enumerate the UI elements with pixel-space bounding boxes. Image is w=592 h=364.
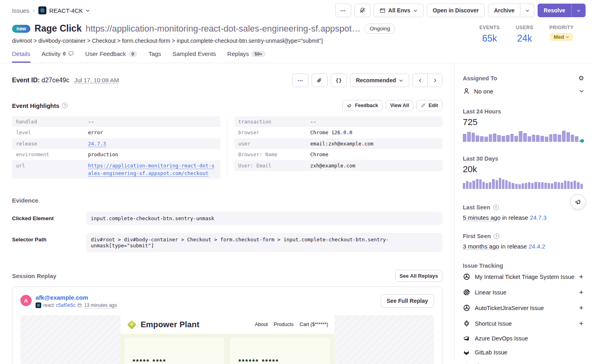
event-timestamp[interactable]: Jul 17, 10:08 AM	[74, 77, 119, 84]
helm-icon	[463, 273, 471, 280]
clicked-element-label: Clicked Element	[12, 212, 86, 221]
events-stat: EVENTS 65k	[479, 25, 500, 44]
tab-user-feedback[interactable]: User Feedback 0	[85, 50, 137, 63]
view-all-button[interactable]: View All	[386, 100, 413, 111]
last-seen-release-link[interactable]: 24.7.3	[530, 214, 547, 221]
avatar: A	[20, 295, 32, 306]
help-icon[interactable]: ?	[493, 205, 499, 210]
events-count-link[interactable]: 65k	[479, 33, 500, 44]
help-icon[interactable]: ?	[62, 103, 68, 108]
table-row: Browser: NameChrome	[234, 149, 443, 160]
feedback-button[interactable]: Feedback	[342, 100, 382, 111]
person-icon	[463, 88, 470, 95]
replay-preview[interactable]: Empower Plant About Products Cart ($****…	[20, 315, 434, 364]
replay-project-name: react	[43, 302, 54, 308]
chevron-right-icon	[433, 78, 437, 83]
environment-filter-button[interactable]: All Envs	[374, 4, 424, 17]
release-link[interactable]: 24.7.3	[88, 140, 106, 147]
tracking-item-gitlab[interactable]: GitLab Issue	[463, 345, 584, 359]
resolve-button[interactable]: Resolve	[538, 4, 571, 17]
view-json-button[interactable]: {}	[331, 74, 347, 87]
issue-title: Rage Click	[34, 23, 82, 34]
assignee-dropdown[interactable]: No one	[463, 88, 584, 95]
top-bar: Issues › REACT-4CK ⋯ All Envs Open in Di…	[0, 0, 592, 21]
ellipsis-icon: ⋯	[298, 77, 303, 84]
gear-icon[interactable]: ⚙	[578, 75, 584, 82]
tracking-item-shortcut[interactable]: Shortcut Issue +	[463, 316, 584, 331]
issue-tracking-title: Issue Tracking	[463, 263, 584, 269]
archive-button[interactable]: Archive	[488, 4, 520, 17]
breadcrumb-issues-link[interactable]: Issues	[12, 7, 29, 14]
first-seen-block: First Seen ? 3 months ago in release 24.…	[463, 233, 584, 250]
bell-slash-icon	[359, 7, 366, 14]
add-issue-link-icon[interactable]: +	[578, 319, 584, 328]
archive-dropdown-button[interactable]	[520, 4, 534, 17]
help-icon[interactable]: ?	[494, 233, 499, 239]
chevron-down-icon	[525, 8, 530, 13]
users-count-link[interactable]: 24k	[516, 33, 533, 44]
copy-event-link-button[interactable]	[312, 74, 328, 87]
user-feedback-count: 0	[128, 51, 137, 57]
activity-count: 0	[63, 51, 66, 57]
users-stat: USERS 24k	[516, 25, 533, 44]
tracking-item-linear[interactable]: Linear Issue +	[463, 284, 584, 300]
table-row: browserChrome 126.0.0	[234, 127, 443, 138]
tab-sampled-events[interactable]: Sampled Events	[172, 50, 216, 63]
table-row: useremail:zxh@example.com	[234, 138, 443, 149]
tab-details[interactable]: Details	[12, 50, 30, 63]
previous-event-button[interactable]	[412, 74, 428, 87]
clicked-element-value: input.complete-checkout-btn.sentry-unmas…	[86, 212, 442, 225]
session-replay-title: Session Replay	[12, 273, 56, 279]
event-more-options-button[interactable]: ⋯	[292, 74, 308, 87]
curly-braces-icon: {}	[336, 78, 342, 84]
priority-dropdown[interactable]: Med	[550, 33, 573, 41]
tab-tags[interactable]: Tags	[148, 50, 161, 63]
url-link[interactable]: https://application-monitoring-react-dot…	[88, 162, 216, 177]
chevron-down-icon	[566, 35, 569, 39]
tracking-item-autoticketjiraserver[interactable]: AutoTicketJiraServer Issue +	[463, 300, 584, 316]
comment-bubble-icon	[68, 51, 74, 57]
react-project-icon	[38, 6, 46, 14]
next-event-button[interactable]	[427, 74, 442, 87]
chevron-left-icon	[418, 78, 422, 83]
paperclip-icon	[316, 78, 322, 84]
first-seen-release-link[interactable]: 24.4.2	[528, 243, 545, 250]
add-issue-link-icon[interactable]: +	[578, 273, 584, 281]
event-highlights-title: Event Highlights	[12, 102, 59, 109]
issue-stats: EVENTS 65k USERS 24k PRIORITY Med	[479, 23, 580, 44]
add-issue-link-icon[interactable]: +	[578, 304, 584, 312]
issue-tracking-block: Issue Tracking My Internal Ticket Triage…	[463, 263, 584, 364]
table-row: handled--	[12, 116, 220, 127]
see-full-replay-button[interactable]: See Full Replay	[381, 294, 434, 308]
table-row: User: Emailzxh@example.com	[234, 160, 443, 171]
product-card: ****** ***** **** ****** ***** *** *****…	[230, 338, 330, 364]
replay-card: A afk@example.com react c5af0e5c 13 minu	[12, 286, 442, 364]
site-nav-cart: Cart ($******)	[300, 322, 328, 327]
edit-highlights-button[interactable]: Edit	[416, 100, 442, 111]
table-row: transaction--	[234, 116, 443, 127]
chevron-down-icon	[413, 8, 418, 13]
helm-icon	[463, 304, 471, 312]
more-options-button[interactable]: ⋯	[335, 4, 351, 17]
project-selector[interactable]: REACT-4CK	[38, 6, 90, 14]
resolve-dropdown-button[interactable]	[571, 4, 586, 17]
add-issue-link-icon[interactable]: +	[578, 288, 584, 297]
empower-plant-logo-icon	[126, 319, 137, 330]
replay-id-link[interactable]: c5af0e5c	[56, 302, 76, 308]
tracking-item-jira[interactable]: Jira Issue	[463, 359, 584, 364]
assignee-value: No one	[474, 88, 575, 95]
shortcut-icon	[463, 320, 471, 327]
product-card: ***** **** *** **** **** *** ******* Add…	[125, 338, 224, 364]
tab-replays[interactable]: Replays 50+	[227, 50, 266, 63]
gitlab-icon	[463, 349, 471, 356]
azure-devops-icon	[463, 335, 471, 342]
open-in-discover-button[interactable]: Open in Discover	[427, 4, 485, 17]
replay-user-link[interactable]: afk@example.com	[36, 294, 117, 301]
tab-activity[interactable]: Activity 0	[42, 50, 74, 63]
see-all-replays-button[interactable]: See All Replays	[395, 270, 442, 282]
event-sort-dropdown[interactable]: Recommended	[350, 74, 409, 87]
unsubscribe-bell-button[interactable]	[354, 4, 370, 17]
feedback-float-button[interactable]	[570, 194, 586, 209]
tracking-item-azure-devops[interactable]: Azure DevOps Issue	[463, 331, 584, 345]
tracking-item-internal-triage[interactable]: My Internal Ticket Triage System Issue +	[463, 269, 584, 284]
